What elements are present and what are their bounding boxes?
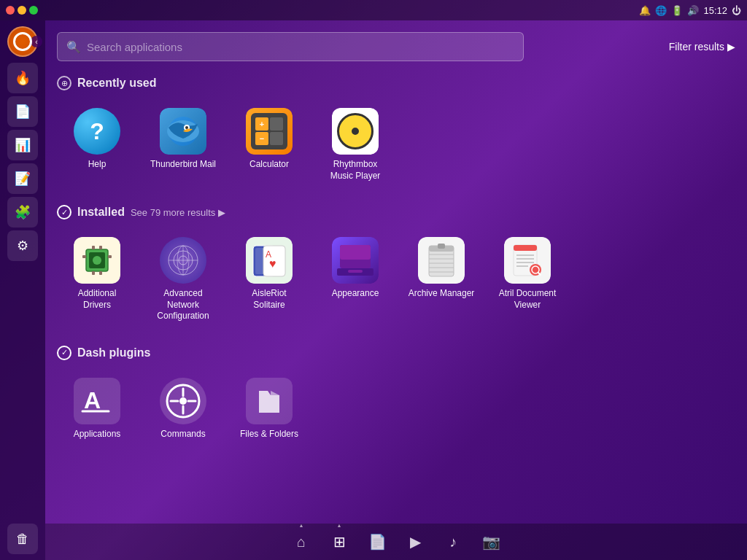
network-label: Advanced Network Configuration: [149, 288, 217, 322]
svg-rect-10: [99, 246, 102, 249]
calculator-label: Calculator: [249, 159, 289, 171]
archive-icon: [418, 237, 465, 284]
thunderbird-label: Thunderbird Mail: [150, 159, 216, 171]
taskbar-apps[interactable]: ⊞: [326, 529, 352, 555]
sidebar-item-fire[interactable]: 🔥: [7, 63, 38, 93]
commands-label: Commands: [160, 429, 205, 440]
app-calculator[interactable]: + − Calculator: [229, 102, 309, 187]
app-applications[interactable]: A Applications: [57, 372, 137, 446]
app-atril[interactable]: Atril Document Viewer: [487, 231, 568, 328]
filter-results-arrow: ▶: [727, 41, 735, 52]
dash-plugins-title: Dash plugins: [77, 346, 150, 359]
svg-rect-35: [438, 244, 445, 249]
app-files-folders[interactable]: Files & Folders: [229, 372, 309, 446]
taskbar: ⌂ ⊞ 📄 ▶ ♪ 📷: [45, 524, 747, 560]
app-help[interactable]: ? Help: [57, 102, 137, 187]
sidebar-item-text[interactable]: 📝: [7, 163, 38, 194]
svg-rect-27: [348, 270, 363, 273]
applications-label: Applications: [74, 429, 121, 440]
rhythmbox-icon: [332, 108, 379, 155]
filter-results-button[interactable]: Filter results ▶: [669, 41, 735, 52]
help-label: Help: [88, 159, 107, 171]
search-icon: 🔍: [66, 40, 81, 54]
globe-icon: 🌐: [655, 5, 667, 16]
app-commands[interactable]: Commands: [143, 372, 223, 446]
files-folders-label: Files & Folders: [240, 429, 298, 440]
commands-icon-container: [160, 378, 206, 424]
installed-title: Installed: [77, 206, 125, 219]
thunderbird-icon: [160, 108, 206, 155]
filter-results-label: Filter results: [669, 41, 724, 52]
atril-icon-container: [504, 237, 551, 284]
additional-drivers-label: Additional Drivers: [63, 288, 131, 311]
app-rhythmbox[interactable]: Rhythmbox Music Player: [315, 102, 395, 187]
sidebar-item-trash[interactable]: 🗑: [7, 524, 38, 554]
aisleriot-icon-container: A ♥: [246, 237, 293, 284]
app-appearance[interactable]: Appearance: [315, 231, 395, 328]
rhythmbox-icon-container: [332, 108, 379, 155]
recently-used-icon: ⊕: [57, 76, 71, 90]
see-more-arrow: ▶: [218, 207, 225, 218]
svg-point-52: [179, 397, 187, 405]
close-button[interactable]: [6, 6, 15, 15]
sidebar-chevron-icon[interactable]: ‹: [31, 36, 42, 47]
applications-icon: A: [74, 378, 120, 424]
recently-used-title: Recently used: [77, 77, 156, 90]
installed-header: ✓ Installed See 79 more results ▶: [57, 205, 735, 219]
atril-label: Atril Document Viewer: [493, 288, 562, 311]
recently-used-header: ⊕ Recently used: [57, 76, 735, 90]
help-icon: ?: [74, 108, 120, 155]
maximize-button[interactable]: [29, 6, 38, 15]
bell-icon: 🔔: [639, 5, 651, 16]
appearance-icon: [332, 237, 379, 284]
svg-point-6: [93, 256, 101, 265]
sidebar-bottom: 🗑: [7, 524, 38, 560]
window-controls: [0, 0, 44, 20]
app-advanced-network[interactable]: Advanced Network Configuration: [143, 231, 223, 328]
help-icon-container: ?: [74, 108, 120, 155]
sidebar-item-settings[interactable]: ⚙: [7, 230, 38, 261]
svg-rect-9: [92, 246, 95, 249]
app-aisleriot[interactable]: A ♥ AisleRiot Solitaire: [229, 231, 309, 328]
svg-rect-37: [514, 245, 537, 251]
ubuntu-logo[interactable]: ‹: [7, 26, 38, 57]
search-input[interactable]: [87, 41, 514, 53]
clock: 15:12: [703, 5, 727, 16]
app-thunderbird[interactable]: Thunderbird Mail: [143, 102, 223, 187]
taskbar-media[interactable]: ▶: [402, 529, 428, 555]
files-icon: [246, 378, 293, 424]
appearance-label: Appearance: [332, 288, 379, 300]
dash-plugins-icon: ✓: [57, 346, 71, 360]
additional-drivers-icon: [74, 237, 120, 284]
taskbar-music[interactable]: ♪: [440, 529, 466, 555]
sidebar-item-puzzle[interactable]: 🧩: [7, 197, 38, 228]
see-more-button[interactable]: See 79 more results ▶: [131, 207, 225, 218]
dash-plugins-grid: A Applications: [57, 372, 735, 446]
svg-rect-8: [108, 255, 112, 258]
search-container: 🔍 Filter results ▶: [57, 32, 735, 61]
svg-text:♥: ♥: [269, 257, 276, 270]
appearance-icon-container: [332, 237, 379, 284]
minimize-button[interactable]: [18, 6, 26, 15]
thunderbird-icon-container: [160, 108, 206, 155]
sidebar-item-document[interactable]: 📄: [7, 96, 38, 127]
taskbar-files[interactable]: 📄: [364, 529, 390, 555]
installed-icon: ✓: [57, 205, 71, 219]
app-archive-manager[interactable]: Archive Manager: [401, 231, 481, 328]
topbar-system-icons: 🔔 🌐 🔋 🔊 15:12 ⏻: [639, 5, 741, 16]
archive-icon-container: [418, 237, 465, 284]
taskbar-camera[interactable]: 📷: [478, 529, 504, 555]
svg-rect-7: [82, 255, 86, 258]
network-icon: [160, 237, 206, 284]
svg-rect-25: [340, 245, 371, 260]
network-icon-container: [160, 237, 206, 284]
atril-icon: [504, 237, 551, 284]
archive-label: Archive Manager: [409, 288, 475, 300]
recently-used-grid: ? Help Thunderbird Mail: [57, 102, 735, 187]
calculator-icon-container: + −: [246, 108, 293, 155]
sidebar-item-spreadsheet[interactable]: 📊: [7, 130, 38, 160]
taskbar-home[interactable]: ⌂: [288, 529, 314, 555]
app-additional-drivers[interactable]: Additional Drivers: [57, 231, 137, 328]
svg-rect-12: [99, 271, 102, 275]
dash-plugins-header: ✓ Dash plugins: [57, 346, 735, 360]
